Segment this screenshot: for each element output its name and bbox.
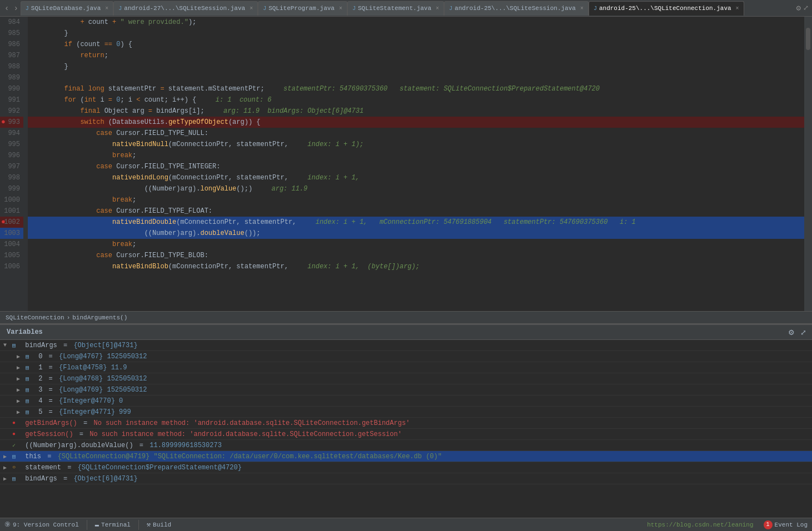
code-area[interactable]: 984 985 986 987 988 989 990 991 992 ● 99…	[0, 17, 812, 311]
gutter-987: 987	[0, 50, 23, 61]
code-line-996: break;	[28, 150, 804, 161]
debug-expand-btn[interactable]: ⤢	[798, 327, 809, 338]
var-bindargs-2[interactable]: ▶ ▤ bindArgs = {Object[6]@4731}	[0, 473, 812, 484]
tab-close-6[interactable]: ×	[736, 6, 739, 12]
code-line-1003: ((Number)arg).doubleValue());	[28, 228, 804, 239]
code-line-992: final Object arg = bindArgs[i]; arg: 11.…	[28, 106, 804, 117]
gutter-985: 985	[0, 28, 23, 39]
code-line-1005: case Cursor.FIELD_TYPE_BLOB:	[28, 250, 804, 261]
code-line-988: }	[28, 61, 804, 72]
var-item-1[interactable]: ▶ ▤ 1 = {Float@4758} 11.9	[0, 362, 812, 373]
terminal-icon: ▬	[95, 521, 99, 529]
debug-hint-1006: index: i + 1, (byte[])arg);	[300, 261, 420, 272]
code-line-997: case Cursor.FIELD_TYPE_INTEGER:	[28, 161, 804, 172]
tab-close-1[interactable]: ×	[105, 6, 108, 12]
gutter-992: 992	[0, 106, 23, 117]
tab-sqlitesession-25[interactable]: J android-25\...\SQLiteSession.java ×	[444, 1, 589, 16]
maximize-icon[interactable]: ⤢	[803, 4, 809, 12]
scrollbar-right[interactable]	[804, 17, 812, 311]
var-item-4[interactable]: ▶ ▤ 4 = {Integer@4770} 0	[0, 395, 812, 407]
tab-icon-3: J	[263, 6, 266, 12]
code-content[interactable]: + count + " were provided."); } if (coun…	[28, 17, 804, 311]
var-item-2[interactable]: ▶ ▤ 2 = {Long@4768} 1525050312	[0, 373, 812, 384]
code-line-994: case Cursor.FIELD_TYPE_NULL:	[28, 128, 804, 139]
tab-bar-right-controls: ⚙ ⤢	[796, 3, 812, 13]
build-icon: ⚒	[147, 520, 151, 529]
code-line-989	[28, 72, 804, 83]
expand-icon-bindargs: ▼	[3, 342, 12, 348]
status-version-control[interactable]: ⑨ 9: Version Control	[4, 520, 79, 529]
code-line-995: nativeBindNull(mConnectionPtr, statement…	[28, 139, 804, 150]
var-getsession[interactable]: ● getSession() = No such instance method…	[0, 429, 812, 440]
gutter-1001: 1001	[0, 206, 23, 217]
expand-icon-this: ▶	[3, 453, 12, 460]
gutter-988: 988	[0, 61, 23, 72]
var-getbindargs[interactable]: ● getBindArgs() = No such instance metho…	[0, 418, 812, 429]
tab-sqlitesession-27[interactable]: J android-27\...\SQLiteSession.java ×	[113, 1, 258, 16]
code-line-987: return;	[28, 50, 804, 61]
tab-sqliteprogram[interactable]: J SQLiteProgram.java ×	[258, 1, 347, 16]
var-bindargs-root[interactable]: ▼ ▤ bindArgs = {Object[6]@4731}	[0, 340, 812, 351]
code-line-998: nativebindLong(mConnectionPtr, statement…	[28, 172, 804, 183]
var-item-0[interactable]: ▶ ▤ 0 = {Long@4767} 1525050312	[0, 351, 812, 362]
var-statement[interactable]: ▶ ○ statement = {SQLiteConnection$Prepar…	[0, 462, 812, 473]
status-event-log[interactable]: 1 Event Log	[764, 520, 808, 529]
code-line-1001: case Cursor.FIELD_TYPE_FLOAT:	[28, 206, 804, 217]
var-type-icon-1: ▤	[26, 364, 34, 371]
var-type-icon-0: ▤	[26, 353, 34, 360]
debug-hint-998: index: i + 1,	[300, 172, 360, 183]
status-build[interactable]: ⚒ Build	[147, 520, 171, 529]
tab-sqlitestatement[interactable]: J SQLiteStatement.java ×	[347, 1, 444, 16]
var-this[interactable]: ▶ ▤ this = {SQLiteConnection@4719} "SQLi…	[0, 451, 812, 462]
code-line-991: for (int i = 0; i < count; i++) { i: 1 c…	[28, 94, 804, 106]
gutter-1006: 1006	[0, 261, 23, 272]
error-icon-getsession: ●	[12, 431, 21, 437]
var-type-icon-bindargs-2: ▤	[12, 475, 21, 482]
gutter-986: 986	[0, 39, 23, 50]
gutter-994: 994	[0, 128, 23, 139]
var-item-5[interactable]: ▶ ▤ 5 = {Integer@4771} 999	[0, 407, 812, 418]
var-item-3[interactable]: ▶ ▤ 3 = {Long@4769} 1525050312	[0, 384, 812, 395]
var-type-icon-3: ▤	[26, 387, 34, 393]
variables-title: Variables	[3, 328, 46, 336]
gutter-993: ● 993	[0, 117, 23, 128]
debug-hint-990: statementPtr: 547690375360 statement: SQ…	[276, 83, 600, 94]
nav-back-icon[interactable]: ‹	[2, 4, 11, 13]
debug-hint-1002: index: i + 1, mConnectionPtr: 5476918859…	[307, 217, 636, 228]
no-expand-getsession	[3, 431, 12, 437]
code-line-999: ((Number)arg).longValue();) arg: 11.9	[28, 183, 804, 194]
tab-close-2[interactable]: ×	[250, 6, 253, 12]
gutter-996: 996	[0, 150, 23, 161]
tab-icon-4: J	[352, 6, 356, 12]
tab-sqliteconnection-active[interactable]: J android-25\...\SQLiteConnection.java ×	[589, 1, 744, 16]
tab-icon-1: J	[26, 6, 29, 12]
var-type-icon-statement: ○	[12, 464, 21, 470]
breadcrumb-class: SQLiteConnection	[6, 314, 64, 321]
tab-close-3[interactable]: ×	[339, 6, 342, 12]
code-line-990: final long statementPtr = statement.mSta…	[28, 83, 804, 94]
code-line-986: if (count == 0) {	[28, 39, 804, 50]
debug-panel: Variables ⚙ ⤢ ▼ ▤ bindArgs = {Object[6]@…	[0, 323, 812, 531]
var-doublevalue-eval[interactable]: ✓ ((Number)arg).doubleValue() = 11.89999…	[0, 440, 812, 451]
tab-sqlitedatabase[interactable]: J SQLiteDatabase.java ×	[21, 1, 113, 16]
expand-icon-0: ▶	[17, 353, 26, 360]
error-icon-993: ●	[1, 117, 6, 128]
tab-close-4[interactable]: ×	[436, 6, 439, 12]
var-type-icon-2: ▤	[26, 375, 34, 382]
tab-close-5[interactable]: ×	[580, 6, 584, 12]
debug-settings-btn[interactable]: ⚙	[786, 327, 797, 338]
var-type-icon-4: ▤	[26, 398, 34, 404]
expand-icon-1: ▶	[17, 364, 26, 371]
variables-list[interactable]: ▼ ▤ bindArgs = {Object[6]@4731} ▶ ▤ 0 = …	[0, 340, 812, 518]
status-bar: ⑨ 9: Version Control ▬ Terminal ⚒ Build …	[0, 518, 812, 531]
debug-hint-995: index: i + 1);	[300, 139, 363, 150]
tab-icon-2: J	[118, 6, 122, 12]
settings-icon[interactable]: ⚙	[796, 3, 801, 13]
gutter-995: 995	[0, 139, 23, 150]
status-terminal[interactable]: ▬ Terminal	[95, 521, 131, 529]
tab-icon-6: J	[594, 6, 597, 12]
debug-hint-992: arg: 11.9 bindArgs: Object[6]@4731	[216, 106, 363, 117]
status-sep-1	[87, 520, 87, 530]
nav-forward-icon[interactable]: ›	[11, 4, 20, 13]
vcs-icon: ⑨	[4, 520, 11, 529]
